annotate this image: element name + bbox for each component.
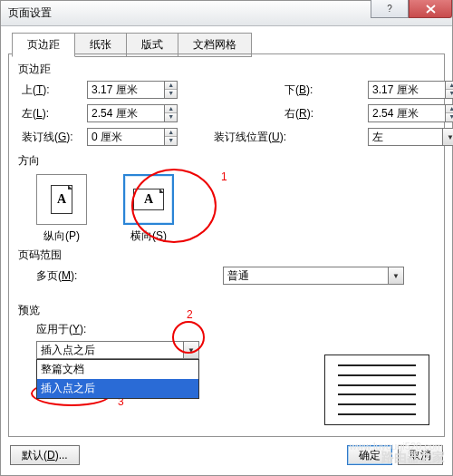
margins-section-label: 页边距 <box>18 62 435 77</box>
apply-to-label: 应用于(Y): <box>36 322 86 337</box>
title-bar: 页面设置 ? <box>1 1 452 26</box>
preview-thumbnail <box>324 355 429 425</box>
orientation-portrait[interactable]: A 纵向(P) <box>36 174 87 244</box>
chevron-down-icon[interactable]: ▼ <box>442 129 453 145</box>
apply-to-dropdown[interactable]: 整篇文档 插入点之后 <box>36 359 199 399</box>
gutter-label: 装订线(G): <box>22 130 87 145</box>
pages-row: 多页(M): 普通 ▼ <box>22 267 435 285</box>
gutter-pos-label: 装订线位置(U): <box>214 130 368 145</box>
apply-to-option-whole-doc[interactable]: 整篇文档 <box>37 360 198 379</box>
tab-bar: 页边距 纸张 版式 文档网格 <box>8 32 445 56</box>
orientation-landscape[interactable]: A 横向(S) <box>123 174 174 244</box>
help-button[interactable]: ? <box>371 0 409 18</box>
gutter-input[interactable]: ▲▼ <box>87 128 178 146</box>
margin-right-label: 右(R): <box>284 106 368 121</box>
margin-right-input[interactable]: ▲▼ <box>368 104 453 122</box>
chevron-down-icon[interactable]: ▼ <box>388 267 403 284</box>
margin-top-label: 上(T): <box>22 83 87 98</box>
tab-margins[interactable]: 页边距 <box>12 33 75 57</box>
dialog-footer: 默认(D)... 确定 取消 <box>8 442 445 468</box>
apply-to-combo[interactable]: 插入点之后 ▼ <box>36 341 199 359</box>
pages-section-label: 页码范围 <box>18 248 435 263</box>
window-buttons: ? <box>371 0 452 18</box>
margin-top-input[interactable]: ▲▼ <box>87 81 178 99</box>
cancel-button[interactable]: 取消 <box>398 445 443 465</box>
multi-page-combo[interactable]: 普通 ▼ <box>223 267 404 285</box>
apply-to-option-after-insert[interactable]: 插入点之后 <box>37 379 198 398</box>
multi-page-label: 多页(M): <box>36 268 91 284</box>
default-button[interactable]: 默认(D)... <box>10 445 80 465</box>
margin-bottom-label: 下(B): <box>284 83 368 98</box>
close-icon <box>426 5 436 14</box>
margin-left-label: 左(L): <box>22 106 87 121</box>
portrait-icon: A <box>51 185 72 214</box>
ok-button[interactable]: 确定 <box>347 445 392 465</box>
apply-to-label-row: 应用于(Y): <box>36 322 435 337</box>
page-setup-dialog: 页面设置 ? 页边距 纸张 版式 文档网格 页边距 上(T): ▲▼ <box>0 0 453 476</box>
gutter-pos-combo[interactable]: 左 ▼ <box>368 128 453 146</box>
window-title: 页面设置 <box>8 5 52 21</box>
dialog-content: 页边距 纸张 版式 文档网格 页边距 上(T): ▲▼ 下(B): ▲▼ <box>8 32 445 468</box>
apply-to-wrap: 插入点之后 ▼ 整篇文档 插入点之后 2 3 <box>36 341 199 359</box>
margin-bottom-input[interactable]: ▲▼ <box>368 81 453 99</box>
orientation-section-label: 方向 <box>18 153 435 169</box>
close-button[interactable] <box>409 0 452 18</box>
preview-section-label: 预览 <box>18 303 435 318</box>
margin-left-input[interactable]: ▲▼ <box>87 104 178 122</box>
orientation-group: A 纵向(P) A 横向(S) 1 <box>36 174 435 244</box>
annotation-label-1: 1 <box>221 170 227 183</box>
tab-panel-margins: 页边距 上(T): ▲▼ 下(B): ▲▼ 左(L): ▲▼ <box>8 53 445 437</box>
spin-buttons[interactable]: ▲▼ <box>164 82 177 98</box>
chevron-down-icon[interactable]: ▼ <box>183 342 198 358</box>
landscape-icon: A <box>133 189 164 210</box>
margins-grid: 上(T): ▲▼ 下(B): ▲▼ 左(L): ▲▼ <box>22 81 435 146</box>
